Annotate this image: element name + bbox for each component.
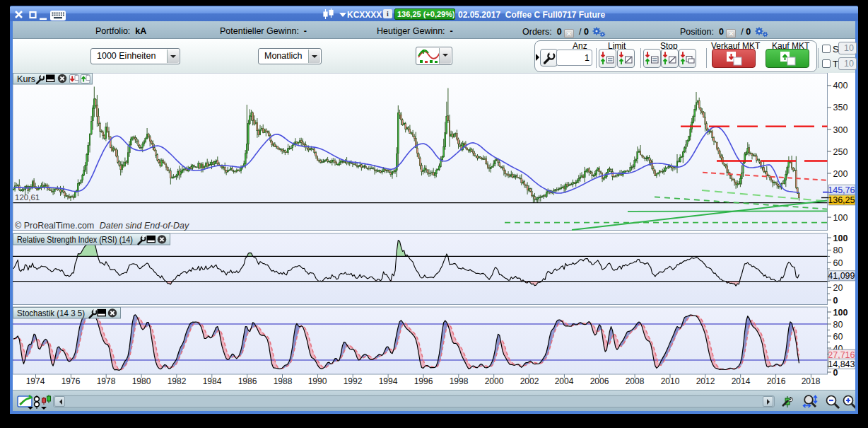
svg-text:2012: 2012 (696, 376, 715, 386)
svg-text:250: 250 (833, 147, 848, 157)
svg-text:2016: 2016 (767, 376, 786, 386)
svg-text:120,61: 120,61 (15, 193, 40, 202)
svg-text:20: 20 (833, 283, 843, 293)
svg-text:Stochastik (14 3 5): Stochastik (14 3 5) (17, 308, 85, 318)
svg-text:2010: 2010 (661, 376, 680, 386)
svg-text:80: 80 (833, 245, 843, 255)
svg-text:0: 0 (833, 296, 838, 306)
svg-text:1978: 1978 (97, 376, 116, 386)
svg-text:80: 80 (833, 320, 843, 330)
svg-text:1990: 1990 (308, 376, 327, 386)
svg-text:400: 400 (833, 81, 848, 91)
svg-text:2000: 2000 (485, 376, 504, 386)
svg-text:1980: 1980 (132, 376, 151, 386)
svg-text:27,716: 27,716 (828, 350, 855, 360)
svg-text:1982: 1982 (168, 376, 187, 386)
svg-text:© ProRealTime.com Daten sind E: © ProRealTime.com Daten sind End-of-Day (15, 221, 189, 231)
svg-text:145,76: 145,76 (828, 185, 855, 195)
svg-text:350: 350 (833, 103, 848, 112)
svg-text:Relative Strength Index (RSI): Relative Strength Index (RSI) (14) (17, 235, 133, 245)
svg-text:1992: 1992 (344, 376, 363, 386)
svg-text:Kurs: Kurs (17, 74, 35, 84)
svg-text:1994: 1994 (379, 376, 398, 386)
svg-text:1996: 1996 (414, 376, 433, 386)
svg-text:100: 100 (833, 233, 848, 243)
svg-text:14,843: 14,843 (828, 359, 855, 369)
svg-text:1998: 1998 (450, 376, 469, 386)
svg-text:2002: 2002 (520, 376, 539, 386)
svg-text:1988: 1988 (274, 376, 293, 386)
svg-text:60: 60 (833, 258, 843, 268)
svg-text:136,25: 136,25 (828, 195, 855, 205)
svg-text:1976: 1976 (61, 376, 81, 386)
svg-text:2004: 2004 (555, 376, 574, 386)
svg-text:300: 300 (833, 125, 848, 135)
svg-text:41,099: 41,099 (828, 271, 855, 281)
svg-text:2018: 2018 (802, 376, 821, 386)
svg-text:60: 60 (833, 332, 843, 342)
svg-text:100: 100 (833, 308, 848, 318)
svg-text:1984: 1984 (203, 376, 222, 386)
svg-text:2014: 2014 (732, 376, 751, 386)
svg-text:1974: 1974 (26, 376, 45, 386)
svg-text:100: 100 (833, 213, 848, 223)
svg-text:200: 200 (833, 169, 848, 179)
svg-text:2006: 2006 (590, 376, 609, 386)
svg-text:2008: 2008 (626, 376, 645, 386)
svg-text:1986: 1986 (238, 376, 257, 386)
